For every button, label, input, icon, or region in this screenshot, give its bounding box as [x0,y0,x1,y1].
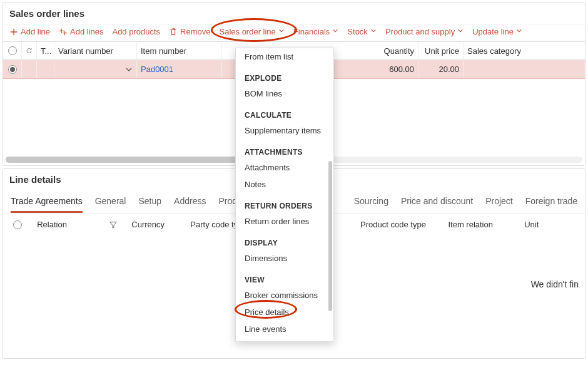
sales-order-line-menu-button[interactable]: Sales order line [220,27,285,36]
menu-return-order-lines[interactable]: Return order lines [236,213,333,230]
col-unit-price[interactable]: Unit price [418,42,464,59]
tab-trade-agreements[interactable]: Trade Agreements [11,196,83,213]
tab-setup[interactable]: Setup [138,196,161,213]
select-all-radio[interactable] [3,42,22,59]
chevron-down-icon [278,28,285,36]
sales-category-cell[interactable] [464,60,585,78]
stock-label: Stock [347,27,368,36]
trash-icon [169,28,178,36]
product-supply-menu-button[interactable]: Product and supply [385,27,464,36]
sales-order-line-label: Sales order line [220,27,276,36]
add-line-label: Add line [21,27,50,36]
tab-address[interactable]: Address [174,196,206,213]
col-product-code-type[interactable]: Product code type [360,220,435,229]
chevron-down-icon [516,28,522,36]
update-line-label: Update line [472,27,514,36]
sales-order-line-dropdown: From item list EXPLODE BOM lines CALCULA… [235,48,334,342]
filter-icon[interactable] [108,220,119,229]
menu-group-calculate: CALCULATE [236,102,333,122]
menu-notes[interactable]: Notes [236,176,333,193]
menu-group-view: VIEW [236,267,333,287]
product-supply-label: Product and supply [385,27,455,36]
add-products-label: Add products [112,27,160,36]
menu-broker-commissions[interactable]: Broker commissions [236,287,333,304]
menu-attachments[interactable]: Attachments [236,159,333,176]
item-number-cell[interactable]: Pad0001 [137,60,222,78]
chevron-down-icon [457,28,464,36]
menu-group-return-orders: RETURN ORDERS [236,193,333,213]
dropdown-scrollbar[interactable] [328,161,332,311]
col-unit[interactable]: Unit [524,220,565,229]
add-lines-label: Add lines [70,27,103,36]
tab-price-discount[interactable]: Price and discount [401,196,473,213]
tab-foreign-trade[interactable]: Foreign trade [525,196,577,213]
chevron-down-icon [332,28,338,36]
refresh-column[interactable] [22,42,37,59]
financials-label: Financials [293,27,330,36]
update-line-menu-button[interactable]: Update line [472,27,522,36]
menu-group-display: DISPLAY [236,230,333,250]
chevron-down-icon [370,28,377,36]
col-relation[interactable]: Relation [37,220,95,229]
chevron-down-icon[interactable] [125,66,133,73]
menu-group-explode: EXPLODE [236,65,333,85]
row-radio[interactable] [3,60,22,78]
tab-sourcing[interactable]: Sourcing [354,196,388,213]
remove-label: Remove [180,27,210,36]
menu-price-details[interactable]: Price details [236,304,333,321]
col-item-relation[interactable]: Item relation [448,220,512,229]
stock-menu-button[interactable]: Stock [347,27,377,36]
tab-general[interactable]: General [95,196,126,213]
menu-line-events[interactable]: Line events [236,321,333,338]
menu-dimensions[interactable]: Dimensions [236,250,333,267]
menu-bom-lines[interactable]: BOM lines [236,85,333,102]
toolbar: Add line Add lines Add products Remove S… [3,24,585,41]
col-quantity[interactable]: Quantity [365,42,418,59]
col-currency[interactable]: Currency [131,220,178,229]
unit-price-cell[interactable]: 20.00 [418,60,464,78]
quantity-cell[interactable]: 600.00 [365,60,418,78]
tab-product[interactable]: Prod [218,196,237,213]
detail-radio[interactable] [11,220,24,229]
tab-project[interactable]: Project [485,196,513,213]
add-lines-button[interactable]: Add lines [59,27,103,36]
col-type[interactable]: T... [37,42,54,59]
section-title: Sales order lines [3,3,585,24]
add-products-button[interactable]: Add products [112,27,160,36]
menu-group-attachments: ATTACHMENTS [236,139,333,159]
add-line-button[interactable]: Add line [9,27,50,36]
col-sales-category[interactable]: Sales category [464,42,585,59]
col-variant[interactable]: Variant number [54,42,137,59]
col-item[interactable]: Item number [137,42,222,59]
financials-menu-button[interactable]: Financials [293,27,339,36]
menu-from-item-list[interactable]: From item list [236,48,333,65]
menu-price-details-label: Price details [245,307,289,317]
plus-icon [9,28,18,36]
remove-button[interactable]: Remove [169,27,210,36]
menu-supplementary-items[interactable]: Supplementary items [236,122,333,139]
variant-cell[interactable] [54,60,137,78]
plus-multi-icon [59,28,68,36]
